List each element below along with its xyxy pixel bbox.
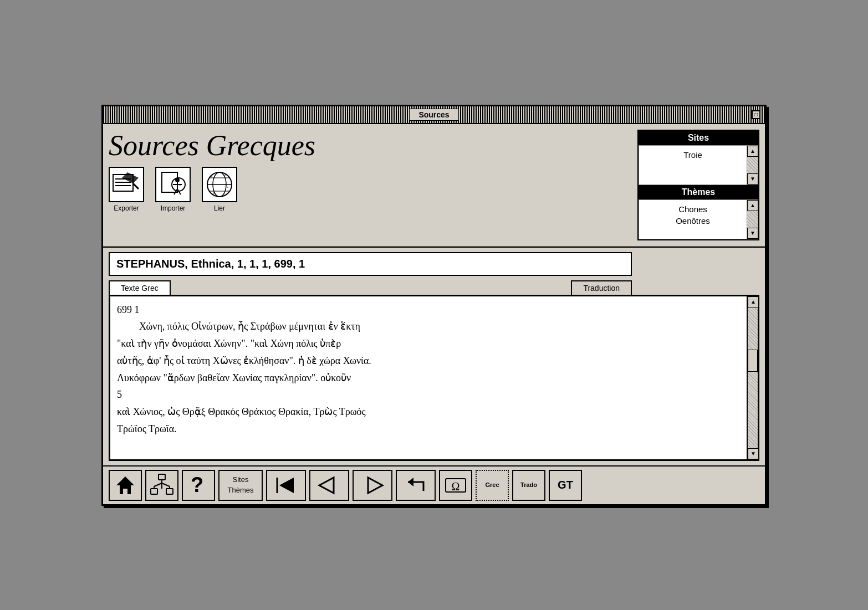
trado-label: Trado — [520, 481, 537, 489]
text-line-7: καὶ Χώνιος, ὡς Θρᾷξ Θρακός Θράκιος Θρακί… — [117, 404, 740, 420]
svg-rect-23 — [213, 192, 215, 194]
text-area-container: 699 1 Χώνη, πόλις Οἰνώτρων, ἧς Στράβων μ… — [109, 295, 759, 461]
svg-rect-20 — [211, 176, 212, 177]
nav-return-button[interactable] — [396, 470, 436, 501]
sites-panel-header: Sites — [639, 131, 758, 145]
reference-section: STEPHANUS, Ethnica, 1, 1, 1, 699, 1 — [109, 252, 632, 276]
text-line-2: Χώνη, πόλις Οἰνώτρων, ἧς Στράβων μέμνητα… — [117, 319, 740, 335]
grec-button[interactable]: Grec — [476, 470, 509, 501]
svg-marker-36 — [319, 478, 334, 493]
svg-marker-35 — [279, 478, 294, 493]
importer-button[interactable]: → Importer — [155, 167, 191, 212]
svg-marker-38 — [408, 478, 413, 486]
nav-next-button[interactable] — [353, 470, 392, 501]
exporter-icon — [109, 167, 144, 202]
text-line-8: Τρώϊος Τρωΐα. — [117, 421, 740, 437]
text-line-6: 5 — [117, 387, 740, 403]
list-item[interactable]: Chones — [641, 203, 744, 215]
zoom-button[interactable]: □ — [752, 110, 760, 119]
sites-scroll-up[interactable]: ▲ — [747, 146, 758, 157]
reference-text: STEPHANUS, Ethnica, 1, 1, 1, 699, 1 — [116, 258, 624, 270]
text-scroll-track — [748, 307, 758, 448]
nav-prev-button[interactable] — [309, 470, 349, 501]
window-title: Sources — [409, 109, 458, 121]
sites-label: Sites — [233, 475, 249, 485]
main-window: Sources □ Sources Grecques — [101, 105, 767, 506]
text-display: 699 1 Χώνη, πόλις Οἰνώτρων, ἧς Στράβων μ… — [110, 296, 747, 459]
svg-point-9 — [175, 178, 180, 182]
title-bar: Sources □ — [103, 106, 765, 124]
svg-text:?: ? — [191, 473, 203, 496]
text-scrollbar: ▲ ▼ — [747, 296, 758, 459]
window-body: Sources Grecques — [103, 124, 765, 504]
sites-panel: Sites Troie ▲ ▼ — [639, 131, 758, 185]
home-button[interactable] — [109, 470, 142, 501]
gt-label: GT — [558, 479, 573, 491]
svg-marker-37 — [368, 478, 382, 493]
text-scroll-up[interactable]: ▲ — [748, 296, 759, 307]
nav-first-button[interactable] — [266, 470, 306, 501]
grec-label: Grec — [485, 481, 499, 489]
text-line-1: 699 1 — [117, 302, 740, 318]
sites-themes-button[interactable]: Sites Thèmes — [218, 470, 263, 501]
sites-list: Troie ▲ ▼ — [639, 145, 758, 185]
importer-icon: → — [155, 167, 191, 202]
sites-list-content: Troie — [639, 146, 747, 184]
trado-button[interactable]: Trado — [512, 470, 545, 501]
network-button[interactable] — [145, 470, 178, 501]
svg-text:Ω: Ω — [452, 480, 460, 493]
themes-panel: Thèmes Chones Oenôtres ▲ ▼ — [639, 185, 758, 239]
svg-line-29 — [154, 483, 162, 486]
themes-list-content: Chones Oenôtres — [639, 200, 747, 239]
text-scroll-down[interactable]: ▼ — [748, 448, 759, 459]
list-item[interactable]: Troie — [641, 149, 744, 161]
themes-panel-header: Thèmes — [639, 185, 758, 199]
text-line-5: Λυκόφρων "ἄρδων βαθεῖαν Χωνίας παγκληρία… — [117, 370, 740, 386]
svg-rect-21 — [224, 175, 226, 176]
svg-line-5 — [133, 183, 139, 189]
exporter-label: Exporter — [114, 204, 139, 212]
lier-icon — [202, 167, 237, 202]
themes-scroll-track — [747, 211, 758, 228]
tabs-row: Texte Grec Traduction — [109, 280, 632, 295]
bottom-bar: ? Sites Thèmes — [103, 465, 765, 504]
text-line-4: αὐτῆς, ἀφ' ἧς οἱ ταύτη Χῶνες ἐκλήθησαν".… — [117, 353, 740, 369]
lier-button[interactable]: Lier — [202, 167, 237, 212]
themes-scrollbar: ▲ ▼ — [747, 200, 758, 239]
exporter-button[interactable]: Exporter — [109, 167, 144, 212]
side-panels: Sites Troie ▲ ▼ Thèmes — [637, 130, 759, 240]
sites-scroll-down[interactable]: ▼ — [747, 173, 758, 184]
tab-traduction[interactable]: Traduction — [571, 280, 632, 295]
svg-rect-27 — [166, 489, 173, 494]
svg-rect-22 — [227, 187, 228, 188]
sites-scroll-track — [747, 157, 758, 173]
scroll-thumb[interactable] — [748, 350, 758, 372]
themes-list: Chones Oenôtres ▲ ▼ — [639, 199, 758, 239]
toolbar-icons: Exporter → — [109, 167, 626, 212]
text-line-3: "καὶ τὴν γῆν ὀνομάσαι Χώνην". "καὶ Χώνη … — [117, 336, 740, 352]
importer-label: Importer — [161, 204, 186, 212]
themes-label: Thèmes — [228, 485, 254, 495]
tab-texte-grec[interactable]: Texte Grec — [109, 280, 171, 295]
svg-rect-25 — [159, 474, 165, 480]
svg-rect-26 — [151, 489, 157, 494]
svg-marker-24 — [116, 476, 134, 494]
help-button[interactable]: ? — [182, 470, 215, 501]
list-item[interactable]: Oenôtres — [641, 215, 744, 227]
svg-line-30 — [162, 483, 170, 486]
sites-scrollbar: ▲ ▼ — [747, 146, 758, 184]
themes-scroll-up[interactable]: ▲ — [747, 200, 758, 211]
lier-label: Lier — [214, 204, 225, 212]
app-title: Sources Grecques — [109, 130, 632, 161]
tab-spacer — [171, 280, 571, 295]
gt-button[interactable]: GT — [549, 470, 582, 501]
top-section: Sources Grecques — [103, 124, 765, 248]
link-button[interactable]: Ω — [439, 470, 472, 501]
themes-scroll-down[interactable]: ▼ — [747, 228, 758, 239]
